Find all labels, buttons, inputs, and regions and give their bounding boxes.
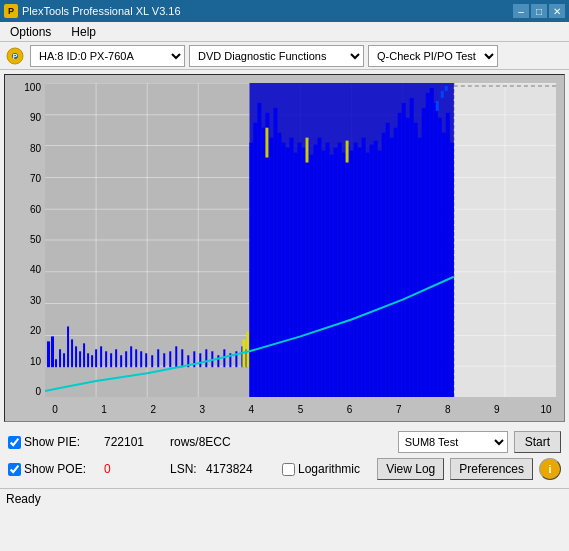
view-log-button[interactable]: View Log	[377, 458, 444, 480]
y-label-90: 90	[30, 113, 41, 123]
svg-rect-121	[450, 143, 454, 397]
svg-rect-57	[205, 349, 207, 367]
chart-inner	[45, 83, 556, 397]
svg-rect-71	[261, 128, 265, 397]
svg-rect-98	[370, 145, 374, 397]
svg-rect-66	[246, 331, 249, 367]
svg-rect-118	[438, 118, 442, 397]
svg-rect-81	[302, 148, 306, 397]
svg-rect-120	[446, 113, 450, 397]
sum-test-select[interactable]: SUM8 Test	[398, 431, 508, 453]
title-text: PlexTools Professional XL V3.16	[22, 5, 181, 17]
show-pie-label: Show PIE:	[24, 435, 80, 449]
svg-rect-37	[95, 349, 97, 367]
svg-rect-44	[130, 346, 132, 367]
svg-rect-70	[257, 103, 261, 397]
svg-rect-108	[398, 113, 402, 397]
svg-rect-89	[334, 148, 338, 397]
svg-rect-102	[306, 138, 309, 163]
svg-rect-39	[105, 351, 107, 367]
x-label-6: 6	[340, 404, 360, 415]
svg-rect-52	[175, 346, 177, 367]
y-label-10: 10	[30, 357, 41, 367]
svg-rect-105	[386, 123, 390, 397]
svg-rect-103	[346, 141, 349, 163]
svg-rect-76	[281, 143, 285, 397]
svg-rect-112	[414, 123, 418, 397]
svg-rect-119	[442, 133, 446, 397]
svg-rect-116	[430, 88, 434, 397]
svg-rect-93	[350, 151, 354, 397]
pie-value: 722101	[104, 435, 164, 449]
svg-rect-56	[199, 353, 201, 367]
x-label-2: 2	[143, 404, 163, 415]
toolbar: P HA:8 ID:0 PX-760A DVD Diagnostic Funct…	[0, 42, 569, 70]
x-label-1: 1	[94, 404, 114, 415]
menu-help[interactable]: Help	[65, 23, 102, 41]
svg-rect-25	[47, 341, 50, 367]
show-poe-label: Show POE:	[24, 462, 86, 476]
test-select[interactable]: Q-Check PI/PO Test	[368, 45, 498, 67]
svg-rect-47	[145, 353, 147, 367]
y-axis: 0 10 20 30 40 50 60 70 80 90 100	[9, 83, 41, 397]
close-button[interactable]: ✕	[549, 4, 565, 18]
svg-rect-97	[366, 153, 370, 397]
svg-rect-122	[436, 101, 439, 111]
svg-rect-40	[110, 353, 112, 367]
svg-rect-124	[445, 86, 448, 91]
show-poe-checkbox[interactable]	[8, 463, 21, 476]
svg-rect-43	[125, 351, 127, 367]
start-button[interactable]: Start	[514, 431, 561, 453]
drive-select[interactable]: HA:8 ID:0 PX-760A	[30, 45, 185, 67]
y-label-80: 80	[30, 144, 41, 154]
x-label-7: 7	[389, 404, 409, 415]
title-bar: P PlexTools Professional XL V3.16 – □ ✕	[0, 0, 569, 22]
svg-rect-104	[382, 133, 386, 397]
logarithmic-checkbox[interactable]	[282, 463, 295, 476]
app-icon: P	[4, 4, 18, 18]
svg-rect-87	[326, 143, 330, 397]
x-label-8: 8	[438, 404, 458, 415]
preferences-button[interactable]: Preferences	[450, 458, 533, 480]
svg-rect-42	[120, 355, 122, 367]
minimize-button[interactable]: –	[513, 4, 529, 18]
y-label-30: 30	[30, 296, 41, 306]
controls-row1: Show PIE: 722101 rows/8ECC SUM8 Test Sta…	[8, 430, 561, 454]
y-label-100: 100	[24, 83, 41, 93]
show-pie-checkbox[interactable]	[8, 436, 21, 449]
svg-rect-114	[422, 108, 426, 397]
svg-rect-59	[217, 355, 219, 367]
svg-rect-83	[310, 155, 314, 397]
x-label-5: 5	[290, 404, 310, 415]
svg-rect-36	[91, 355, 93, 367]
svg-rect-49	[157, 349, 159, 367]
svg-rect-41	[115, 349, 117, 367]
function-select[interactable]: DVD Diagnostic Functions	[189, 45, 364, 67]
x-axis: 0 1 2 3 4 5 6 7 8 9 10	[45, 404, 556, 415]
y-label-40: 40	[30, 265, 41, 275]
svg-rect-79	[293, 153, 297, 397]
svg-rect-26	[51, 336, 54, 367]
menu-options[interactable]: Options	[4, 23, 57, 41]
svg-rect-34	[83, 343, 85, 367]
lsn-value: 4173824	[206, 462, 276, 476]
controls-area: Show PIE: 722101 rows/8ECC SUM8 Test Sta…	[0, 426, 569, 488]
svg-rect-95	[358, 148, 362, 397]
chart-container: 0 10 20 30 40 50 60 70 80 90 100	[4, 74, 565, 422]
svg-rect-53	[181, 349, 183, 367]
info-button[interactable]: i	[539, 458, 561, 480]
lsn-label: LSN:	[170, 462, 200, 476]
drive-icon: P	[4, 45, 26, 67]
svg-rect-123	[441, 91, 444, 98]
y-label-20: 20	[30, 326, 41, 336]
svg-rect-78	[289, 138, 293, 397]
svg-rect-30	[67, 326, 69, 367]
maximize-button[interactable]: □	[531, 4, 547, 18]
svg-rect-94	[354, 143, 358, 397]
svg-rect-82	[306, 141, 310, 397]
svg-rect-50	[163, 353, 165, 367]
logarithmic-label: Logarithmic	[298, 462, 360, 476]
svg-rect-35	[87, 353, 89, 367]
svg-rect-113	[418, 138, 422, 397]
svg-rect-68	[249, 143, 253, 397]
